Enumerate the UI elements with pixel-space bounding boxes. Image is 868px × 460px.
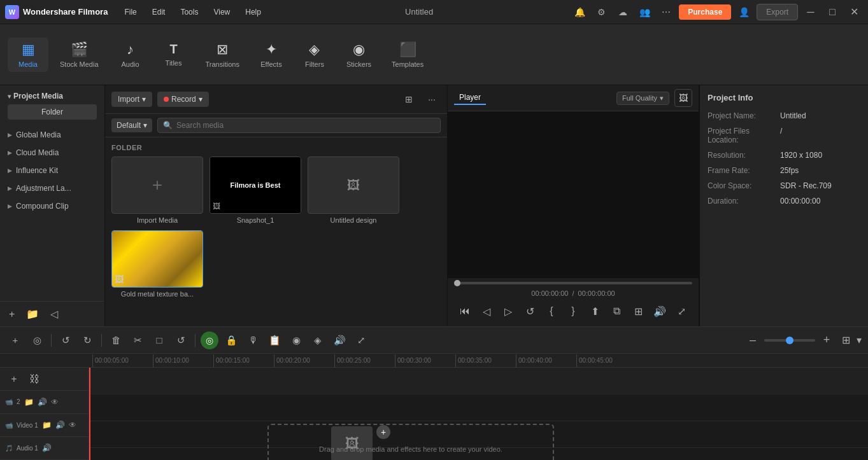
more-options-icon[interactable]: ··· <box>423 90 441 108</box>
clipboard-button[interactable]: 📋 <box>266 331 283 349</box>
community-icon[interactable]: 👥 <box>636 3 653 21</box>
cloud-icon[interactable]: ☁ <box>614 3 632 21</box>
track-lane-audio1[interactable] <box>89 448 868 460</box>
skip-back-button[interactable]: ⏮ <box>456 302 474 320</box>
folder-button[interactable]: Folder <box>8 104 97 120</box>
project-media-arrow: ▾ <box>8 93 11 100</box>
sidebar-item-global-media[interactable]: ▶ Global Media <box>0 126 104 144</box>
adjust-button[interactable]: ⊞ <box>629 302 647 320</box>
toolbar-stock-media[interactable]: 🎬 Stock Media <box>51 38 108 72</box>
toolbar-stickers[interactable]: ◉ Stickers <box>338 38 380 72</box>
video1-folder-btn[interactable]: 📁 <box>42 421 52 429</box>
toolbar-titles[interactable]: T Titles <box>153 38 194 71</box>
sidebar-item-influence-kit[interactable]: ▶ Influence Kit <box>0 162 104 179</box>
undo-button[interactable]: ↺ <box>57 331 75 349</box>
media-item-design[interactable]: 🖼 Untitled design <box>308 157 399 224</box>
menu-help[interactable]: Help <box>239 5 267 19</box>
video2-eye-btn[interactable]: 👁 <box>51 398 59 407</box>
video2-audio-btn[interactable]: 🔊 <box>38 398 47 407</box>
fullscreen-button[interactable]: ⤢ <box>672 302 690 320</box>
toolbar-filters[interactable]: ◈ Filters <box>294 38 335 72</box>
progress-bar[interactable] <box>454 282 692 284</box>
play-button[interactable]: ▷ <box>499 302 517 320</box>
menu-tools[interactable]: Tools <box>174 5 204 19</box>
import-button[interactable]: Import ▾ <box>111 92 152 107</box>
filter-icon[interactable]: ⊞ <box>400 90 418 108</box>
more-icon[interactable]: ⋯ <box>657 3 675 21</box>
crop-button[interactable]: □ <box>150 331 168 349</box>
quality-select[interactable]: Full Quality ▾ <box>616 92 669 105</box>
redo-button[interactable]: ↻ <box>78 331 96 349</box>
settings-icon[interactable]: ⚙ <box>592 3 610 21</box>
sidebar-item-adjustment[interactable]: ▶ Adjustment La... <box>0 179 104 197</box>
motion-track-button[interactable]: ◎ <box>201 331 218 349</box>
list-view-button[interactable]: ▾ <box>857 334 862 346</box>
add-track-button[interactable]: + <box>6 331 24 349</box>
video2-folder-btn[interactable]: 📁 <box>24 398 34 407</box>
media-item-gold[interactable]: 🖼 Gold metal texture ba... <box>111 230 203 298</box>
maximize-button[interactable]: □ <box>823 3 841 21</box>
search-input[interactable] <box>176 121 435 130</box>
mic-button[interactable]: 🎙 <box>244 331 262 349</box>
cut-button[interactable]: ✂ <box>129 331 146 349</box>
sidebar-item-cloud-media[interactable]: ▶ Cloud Media <box>0 144 104 162</box>
close-button[interactable]: ✕ <box>845 3 863 21</box>
color-btn[interactable]: 🔒 <box>222 331 240 349</box>
eye-button[interactable]: ◉ <box>287 331 305 349</box>
record-button[interactable]: Record ▾ <box>157 92 209 107</box>
minimize-button[interactable]: ─ <box>802 3 820 21</box>
loop-button[interactable]: ↺ <box>521 302 539 320</box>
toolbar-transitions[interactable]: ⊠ Transitions <box>197 38 248 72</box>
audio1-audio-btn[interactable]: 🔊 <box>42 443 52 452</box>
notifications-icon[interactable]: 🔔 <box>571 3 588 21</box>
video1-eye-btn[interactable]: 👁 <box>69 421 76 429</box>
info-key-framerate: Frame Rate: <box>708 166 778 175</box>
profile-icon[interactable]: 👤 <box>735 3 753 21</box>
toolbar-templates[interactable]: ⬛ Templates <box>383 38 432 72</box>
media-item-import[interactable]: + Import Media <box>111 157 203 224</box>
magnetic-snap-button[interactable]: ◎ <box>28 331 46 349</box>
player-tab[interactable]: Player <box>454 91 486 105</box>
menu-edit[interactable]: Edit <box>146 5 172 19</box>
track-lane-video2[interactable] <box>89 394 868 421</box>
zoom-track[interactable] <box>764 339 815 342</box>
zoom-in-button[interactable]: + <box>818 331 836 349</box>
expand-tl-button[interactable]: ⤢ <box>352 331 370 349</box>
player-panel: Player Full Quality ▾ 🖼 00:00:00:00 / 00… <box>448 85 699 326</box>
toolbar-effects[interactable]: ✦ Effects <box>251 38 292 72</box>
rotate-button[interactable]: ↺ <box>172 331 190 349</box>
pip-button[interactable]: ⧉ <box>608 302 625 320</box>
audio-button[interactable]: 🔊 <box>651 302 669 320</box>
pip-tl-button[interactable]: ◈ <box>309 331 327 349</box>
audio-tl-button[interactable]: 🔊 <box>331 331 348 349</box>
open-folder-button[interactable]: 📁 <box>22 307 43 321</box>
frame-back-button[interactable]: ◁ <box>478 302 495 320</box>
track-lane-video1[interactable]: 🖼 + Drag and drop media and effects here… <box>89 421 868 448</box>
media-item-snapshot[interactable]: Filmora is Best 🖼 Snapshot_1 <box>210 157 301 224</box>
main-toolbar: ▦ Media 🎬 Stock Media ♪ Audio T Titles ⊠… <box>0 24 868 85</box>
menu-file[interactable]: File <box>118 5 143 19</box>
mark-in-button[interactable]: { <box>543 302 560 320</box>
toolbar-media[interactable]: ▦ Media <box>8 38 48 72</box>
project-info-title: Project Info <box>708 93 860 102</box>
purchase-button[interactable]: Purchase <box>679 4 731 20</box>
sidebar-item-compound-clip[interactable]: ▶ Compound Clip <box>0 197 104 215</box>
zoom-out-button[interactable]: – <box>744 331 762 349</box>
snapshot-button[interactable]: 🖼 <box>674 89 692 107</box>
default-sort-button[interactable]: Default ▾ <box>111 118 152 132</box>
mark-out-button[interactable]: } <box>564 302 582 320</box>
collapse-button[interactable]: ◁ <box>46 307 62 321</box>
export-button[interactable]: Export <box>757 4 798 20</box>
adjustment-arrow: ▶ <box>8 185 12 192</box>
link-track-button[interactable]: ⛓ <box>25 370 43 388</box>
menu-view[interactable]: View <box>207 5 236 19</box>
toolbar-audio[interactable]: ♪ Audio <box>110 38 151 72</box>
add-track-plus[interactable]: + <box>5 370 23 388</box>
grid-view-button[interactable]: ⊞ <box>842 334 850 346</box>
video1-audio-btn[interactable]: 🔊 <box>55 421 65 429</box>
export-frame-button[interactable]: ⬆ <box>586 302 604 320</box>
global-media-label: Global Media <box>16 130 61 139</box>
delete-button[interactable]: 🗑 <box>107 331 125 349</box>
add-folder-button[interactable]: + <box>5 307 18 321</box>
media-label: Media <box>18 60 38 68</box>
